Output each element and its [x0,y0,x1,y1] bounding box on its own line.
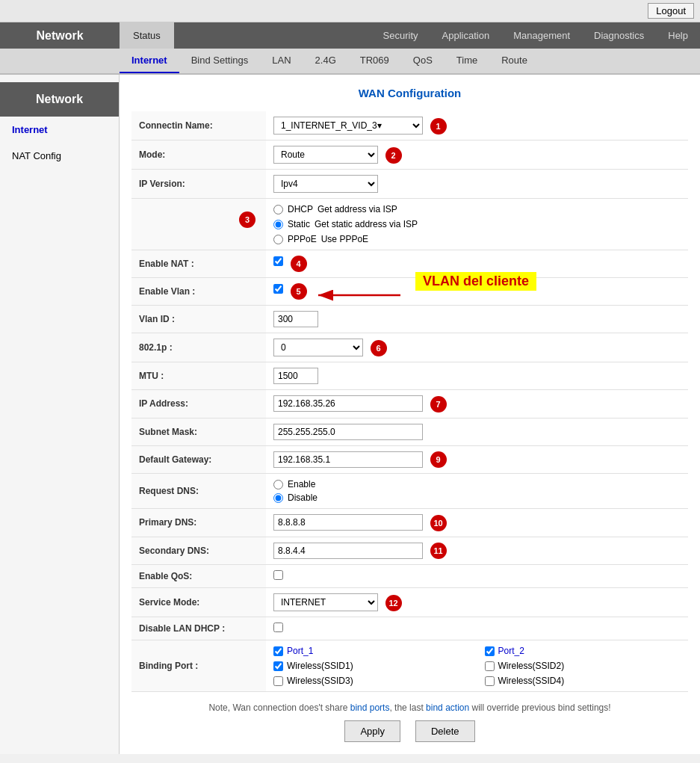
port1-item: Port_1 [273,646,470,656]
dhcp-radio-item: DHCP Get address via ISP [273,204,681,214]
vlan-id-row: Vlan ID : [131,306,688,333]
wireless-ssid1-label: Wireless(SSID1) [287,661,353,671]
disable-lan-dhcp-checkbox[interactable] [273,623,283,632]
enable-vlan-label: Enable Vlan : [131,278,266,306]
pppoe-radio[interactable] [273,235,283,244]
subnet-mask-input[interactable] [273,424,423,440]
connection-name-row: Connectin Name: 1_INTERNET_R_VID_3▾ 1 [131,111,688,140]
request-dns-label: Request DNS: [131,474,266,509]
wireless-ssid3-checkbox[interactable] [273,676,283,686]
port2-checkbox[interactable] [485,646,495,656]
enable-qos-checkbox[interactable] [273,570,283,580]
subnav-2g[interactable]: 2.4G [303,49,348,73]
mtu-value [266,362,688,390]
port2-label: Port_2 [498,646,524,656]
connection-type-value: 3 DHCP Get address via ISP Static Get st… [266,199,688,250]
dot1p-row: 802.1p : 0123 4567 6 [131,333,688,362]
badge-6: 6 [371,340,387,356]
subnav-tr069[interactable]: TR069 [348,49,401,73]
enable-nat-checkbox[interactable] [273,256,283,266]
sidebar-title: Network [0,82,119,117]
primary-dns-row: Primary DNS: 10 [131,509,688,537]
connection-name-select[interactable]: 1_INTERNET_R_VID_3▾ [273,117,423,135]
pppoe-radio-label: Use PPPoE [321,234,368,244]
service-mode-select[interactable]: INTERNET VOIP IPTV [273,593,378,611]
subnav-lan[interactable]: LAN [260,49,303,73]
wireless-ssid4-item: Wireless(SSID4) [485,676,681,686]
subnet-mask-value [266,418,688,445]
static-radio-label: Get static address via ISP [315,219,418,229]
subnav-route[interactable]: Route [489,49,539,73]
secondary-dns-input[interactable] [273,543,423,559]
ip-address-input[interactable] [273,395,423,412]
subnet-mask-label: Subnet Mask: [131,418,266,445]
enable-vlan-checkbox[interactable] [273,284,283,294]
vlan-arrow [311,284,408,306]
badge-2: 2 [385,147,402,164]
nav-management[interactable]: Management [501,22,582,49]
vlan-id-input[interactable] [273,311,318,327]
mode-row: Mode: Route Bridge PPPoE 2 [131,140,688,170]
binding-port-value: Port_1 Port_2 Wireless(SSID1) Wirel [266,640,688,692]
subnav-time[interactable]: Time [445,49,489,73]
dhcp-label: DHCP [288,204,313,214]
wireless-ssid4-label: Wireless(SSID4) [498,676,565,686]
dot1p-select[interactable]: 0123 4567 [273,339,363,356]
logout-button[interactable]: Logout [648,3,694,19]
connection-name-value: 1_INTERNET_R_VID_3▾ 1 [266,111,688,140]
default-gateway-input[interactable] [273,451,423,468]
subnav-qos[interactable]: QoS [401,49,445,73]
wireless-ssid2-checkbox[interactable] [485,661,495,671]
vlan-annotation: VLAN del cliente [415,272,536,291]
subnav-bind-settings[interactable]: Bind Settings [179,49,261,73]
enable-qos-row: Enable QoS: [131,565,688,588]
disable-lan-dhcp-value [266,617,688,640]
wireless-ssid2-label: Wireless(SSID2) [498,661,565,671]
sidebar: Network Internet NAT Config [0,75,120,754]
nav-status[interactable]: Status [120,22,174,49]
nav-security[interactable]: Security [371,22,430,49]
dhcp-radio[interactable] [273,205,283,214]
sidebar-item-internet[interactable]: Internet [0,117,119,143]
enable-nat-label: Enable NAT : [131,250,266,278]
note-bind-action-link: bind action [426,702,469,713]
badge-5: 5 [291,283,307,300]
badge-12: 12 [385,595,402,611]
enable-nat-row: Enable NAT : 4 [131,250,688,278]
disable-lan-dhcp-row: Disable LAN DHCP : [131,617,688,640]
wireless-ssid4-checkbox[interactable] [485,676,495,686]
connection-type-row: 3 DHCP Get address via ISP Static Get st… [131,199,688,250]
nav-help[interactable]: Help [656,22,700,49]
wan-config-form: Connectin Name: 1_INTERNET_R_VID_3▾ 1 Mo… [131,111,688,692]
button-row: Apply Delete [131,720,688,742]
service-mode-row: Service Mode: INTERNET VOIP IPTV 12 [131,588,688,617]
mode-select[interactable]: Route Bridge PPPoE [273,146,378,164]
mtu-label: MTU : [131,362,266,390]
service-mode-label: Service Mode: [131,588,266,617]
secondary-dns-row: Secondary DNS: 11 [131,537,688,565]
primary-dns-input[interactable] [273,514,423,531]
badge-1: 1 [430,118,447,135]
nav-application[interactable]: Application [430,22,502,49]
pppoe-radio-item: PPPoE Use PPPoE [273,234,681,244]
ip-version-select[interactable]: Ipv4 Ipv6 [273,175,378,193]
mtu-input[interactable] [273,368,318,384]
apply-button[interactable]: Apply [344,720,400,742]
nav-diagnostics[interactable]: Diagnostics [582,22,656,49]
static-radio[interactable] [273,220,283,229]
subnav-internet[interactable]: Internet [120,49,179,73]
request-dns-enable-radio[interactable] [273,480,283,489]
dhcp-radio-label: Get address via ISP [318,204,397,214]
ip-version-value: Ipv4 Ipv6 [266,170,688,199]
enable-qos-label: Enable QoS: [131,565,266,588]
port2-item: Port_2 [485,646,681,656]
request-dns-disable-radio[interactable] [273,493,283,503]
port1-checkbox[interactable] [273,646,283,656]
sidebar-item-nat-config[interactable]: NAT Config [0,143,119,169]
secondary-dns-label: Secondary DNS: [131,537,266,565]
wireless-ssid1-checkbox[interactable] [273,661,283,671]
delete-button[interactable]: Delete [415,720,475,742]
request-dns-disable-label: Disable [288,492,318,503]
request-dns-enable-label: Enable [288,479,315,489]
vlan-id-label: Vlan ID : [131,306,266,333]
